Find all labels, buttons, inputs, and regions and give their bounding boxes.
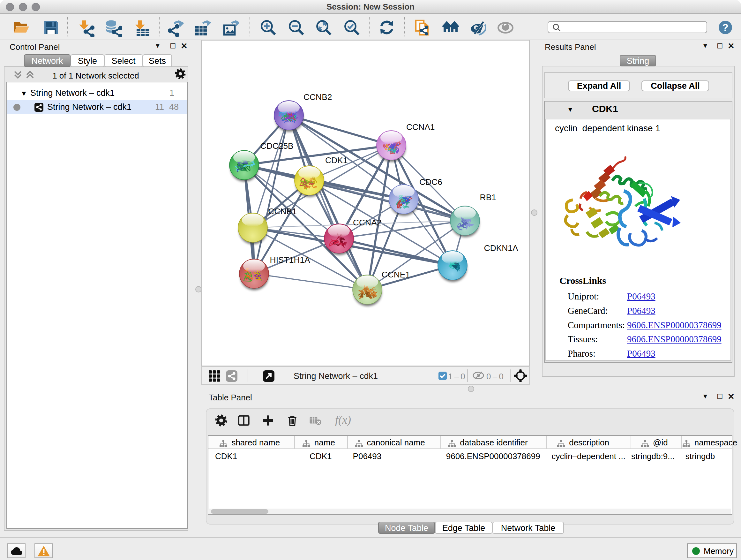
svg-text:RB1: RB1 <box>480 192 496 202</box>
svg-text:CCNA2: CCNA2 <box>353 218 381 227</box>
svg-text:CDC6: CDC6 <box>419 177 442 187</box>
svg-text:HIST1H1A: HIST1H1A <box>270 255 311 265</box>
svg-text:CCNB1: CCNB1 <box>268 206 296 216</box>
svg-text:CCNA1: CCNA1 <box>406 122 434 132</box>
svg-text:CDKN1A: CDKN1A <box>484 243 518 253</box>
svg-text:CDK1: CDK1 <box>325 155 347 165</box>
svg-text:CCNE1: CCNE1 <box>382 270 410 279</box>
svg-text:CDC25B: CDC25B <box>260 141 293 151</box>
svg-text:CCNB2: CCNB2 <box>304 92 332 102</box>
